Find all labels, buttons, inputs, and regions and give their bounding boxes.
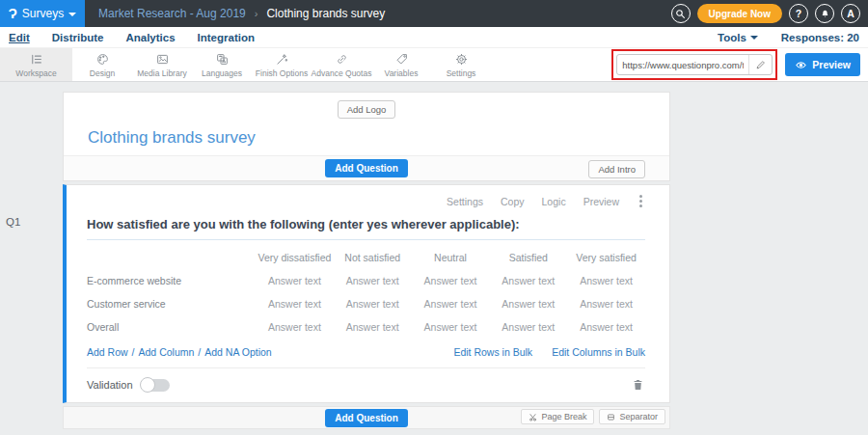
matrix-table: Very dissatisfied Not satisfied Neutral … [87,246,645,339]
nav-tabs: Edit Distribute Analytics Integration [9,32,255,43]
add-question-button-top[interactable]: Add Question [325,159,408,177]
answer-cell[interactable]: Answer text [256,275,334,286]
pencil-icon [755,60,766,70]
add-row-link[interactable]: Add Row [87,346,128,358]
topbar-actions: Upgrade Now ? A [671,4,868,23]
toolbar-item-workspace[interactable]: Workspace [0,48,72,81]
matrix-row: E-commerce website Answer text Answer te… [87,269,645,292]
toolbar-item-label: Design [90,68,115,78]
toolbar-item-label: Languages [202,68,242,78]
help-button[interactable]: ? [789,4,808,23]
gear-icon [454,52,469,67]
bulk-edit-links: Edit Rows in Bulk Edit Columns in Bulk [453,346,645,358]
section-tab-bar: Edit Distribute Analytics Integration To… [0,27,868,48]
page-break-button[interactable]: Page Break [521,409,594,424]
toolbar-item-settings[interactable]: Settings [431,48,491,81]
toolbar-item-design[interactable]: Design [72,48,132,81]
edit-url-button[interactable] [748,55,772,74]
answer-cell[interactable]: Answer text [412,298,490,310]
editor-toolbar: Workspace Design Media Library Languages… [0,48,868,82]
answer-cell[interactable]: Answer text [489,321,567,333]
eye-icon [795,60,807,70]
separator-button[interactable]: Separator [599,409,665,424]
answer-cell[interactable]: Answer text [489,298,567,310]
toolbar-item-label: Media Library [137,68,187,78]
add-logo-button[interactable]: Add Logo [338,100,396,119]
add-column-link[interactable]: Add Column [139,346,195,358]
workspace-icon [29,52,43,67]
breadcrumb-separator: › [255,8,258,19]
validation-toggle[interactable] [141,379,170,392]
toolbar-item-label: Finish Options [256,68,308,78]
question-settings-action[interactable]: Settings [447,196,483,207]
tab-analytics[interactable]: Analytics [125,32,175,43]
toggle-knob [140,377,155,393]
survey-header-card: Add Logo Clothing brands survey Add Ques… [63,92,670,181]
survey-title[interactable]: Clothing brands survey [64,119,669,155]
tab-integration[interactable]: Integration [198,32,255,43]
answer-cell[interactable]: Answer text [567,298,645,310]
answer-cell[interactable]: Answer text [334,275,412,286]
column-header[interactable]: Very satisfied [567,252,645,263]
answer-cell[interactable]: Answer text [256,298,334,310]
tab-edit[interactable]: Edit [9,32,30,43]
question-text[interactable]: How satisfied are you with the following… [87,217,645,240]
answer-cell[interactable]: Answer text [256,321,334,333]
product-label: Surveys [22,7,64,20]
questionpro-logo-icon: Ɂ [9,7,17,20]
answer-cell[interactable]: Answer text [334,321,412,333]
column-header[interactable]: Not satisfied [334,252,412,263]
toolbar-item-label: Advance Quotas [312,68,372,78]
preview-button[interactable]: Preview [785,53,860,76]
toolbar-right: Preview [611,48,868,81]
answer-cell[interactable]: Answer text [334,298,412,310]
more-options-icon[interactable] [637,195,645,207]
row-label[interactable]: E-commerce website [87,275,256,286]
toolbar-item-advance-quotas[interactable]: Advance Quotas [312,48,371,81]
upgrade-now-button[interactable]: Upgrade Now [697,4,782,23]
notifications-button[interactable] [815,4,834,23]
nav-right: Tools Responses: 20 [718,32,859,43]
add-question-button-bottom[interactable]: Add Question [325,409,408,427]
tab-distribute[interactable]: Distribute [52,32,104,43]
delete-question-button[interactable] [631,377,645,393]
toolbar-item-label: Workspace [15,68,56,78]
preview-label: Preview [812,59,851,70]
column-header[interactable]: Very dissatisfied [256,252,334,263]
add-question-strip-bottom: Add Question Page Break Separator [63,406,670,429]
survey-url-input[interactable] [617,60,748,70]
question-logic-action[interactable]: Logic [542,196,566,207]
answer-cell[interactable]: Answer text [489,275,567,286]
bell-icon [820,9,830,19]
answer-cell[interactable]: Answer text [412,275,490,286]
column-header[interactable]: Satisfied [489,252,567,263]
responses-count[interactable]: Responses: 20 [781,32,859,43]
chain-link-icon [335,52,349,67]
add-intro-button[interactable]: Add Intro [588,160,645,178]
column-header[interactable]: Neutral [412,252,490,263]
toolbar-item-finish-options[interactable]: Finish Options [252,48,312,81]
validation-label: Validation [87,379,133,391]
edit-rows-in-bulk-link[interactable]: Edit Rows in Bulk [453,346,532,358]
breadcrumb-current-survey: Clothing brands survey [266,7,385,20]
surveys-menu-button[interactable]: Ɂ Surveys [0,0,85,27]
toolbar-item-variables[interactable]: Variables [371,48,431,81]
palette-icon [95,52,110,67]
question-copy-action[interactable]: Copy [501,196,525,207]
search-button[interactable] [671,4,691,23]
question-preview-action[interactable]: Preview [583,196,619,207]
answer-cell[interactable]: Answer text [567,321,645,333]
row-label[interactable]: Overall [87,321,256,333]
edit-columns-in-bulk-link[interactable]: Edit Columns in Bulk [552,346,645,358]
avatar-button[interactable]: A [841,4,860,23]
answer-cell[interactable]: Answer text [567,275,645,286]
row-label[interactable]: Customer service [87,298,256,310]
validation-row: Validation [87,368,645,402]
tools-dropdown[interactable]: Tools [718,32,758,43]
answer-cell[interactable]: Answer text [412,321,490,333]
toolbar-item-media-library[interactable]: Media Library [132,48,192,81]
toolbar-item-languages[interactable]: Languages [192,48,252,81]
add-na-option-link[interactable]: Add NA Option [204,346,271,358]
breadcrumb-folder-link[interactable]: Market Research - Aug 2019 [98,7,246,20]
add-question-strip-top: Add Question Add Intro [64,155,669,180]
